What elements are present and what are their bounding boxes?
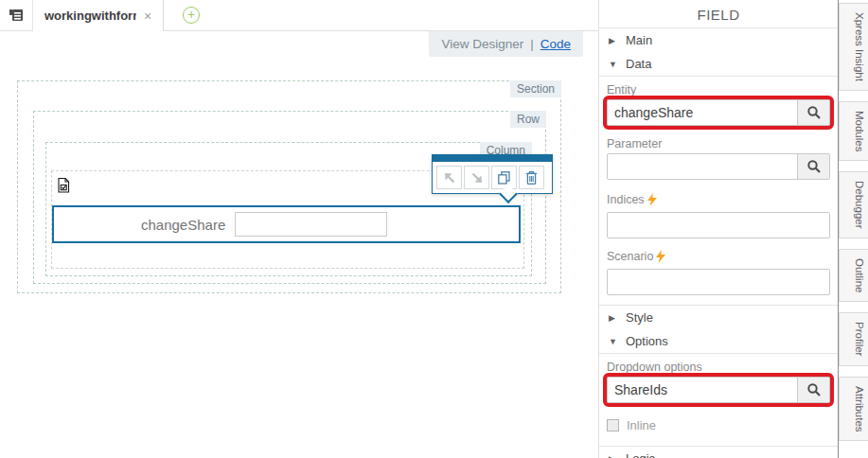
copy-icon (497, 170, 511, 185)
scenario-label-text: Scenario (607, 250, 653, 263)
side-tab-profiler[interactable]: Profiler (839, 312, 868, 365)
move-up-button[interactable] (436, 166, 462, 189)
tab-title: workingwithform (44, 9, 136, 23)
form-field-type-icon (56, 176, 72, 199)
parameter-label: Parameter (607, 137, 830, 150)
search-icon (806, 382, 822, 397)
view-tab-bar: workingwithform × + (0, 0, 598, 31)
section-logic-label: Logic (626, 451, 655, 458)
entity-label: Entity (607, 83, 830, 97)
element-toolbar (432, 154, 553, 194)
section-options-label: Options (626, 334, 668, 348)
trash-icon (524, 170, 539, 185)
search-icon (806, 159, 822, 174)
close-icon[interactable]: × (144, 9, 151, 23)
panel-title: FIELD (599, 0, 838, 28)
side-tool-tabs: Xpress Insight Modules Debugger Outline … (839, 0, 868, 458)
section-data[interactable]: ▼ Data (599, 52, 838, 77)
section-main[interactable]: ▶ Main (599, 28, 838, 52)
indices-label-text: Indices (607, 193, 645, 206)
chevron-down-icon: ▼ (609, 337, 617, 346)
form-field-label: changeShare (141, 217, 225, 233)
parameter-input[interactable] (608, 154, 797, 179)
mode-toggle: View Designer | Code (429, 31, 583, 57)
side-tab-debugger[interactable]: Debugger (839, 171, 868, 238)
properties-panel: FIELD ▶ Main ▼ Data Entity Parameter Ind… (598, 0, 839, 458)
section-data-label: Data (626, 57, 651, 71)
parameter-input-group (607, 153, 830, 180)
inline-option-row: Inline (607, 418, 830, 432)
add-view-button[interactable]: + (183, 7, 200, 24)
mode-separator: | (530, 37, 534, 51)
entity-input-group (607, 99, 830, 126)
toolbar-header-bar[interactable] (433, 155, 552, 162)
delete-button[interactable] (519, 166, 544, 189)
arrow-up-left-icon (443, 171, 456, 185)
tab-workingwithform[interactable]: workingwithform × (32, 0, 164, 31)
section-main-label: Main (626, 33, 652, 47)
chevron-down-icon: ▼ (609, 60, 617, 69)
parameter-search-button[interactable] (797, 154, 829, 179)
view-list-button[interactable] (0, 0, 32, 30)
section-options[interactable]: ▼ Options (599, 329, 838, 354)
section-logic[interactable]: ▶ Logic (599, 446, 838, 458)
form-field-input[interactable] (235, 212, 387, 237)
section-style[interactable]: ▶ Style (599, 305, 838, 329)
search-icon (806, 105, 822, 120)
bolt-icon (647, 193, 658, 206)
entity-input[interactable] (608, 100, 797, 125)
selected-form-field[interactable]: changeShare (52, 205, 521, 243)
chevron-right-icon: ▶ (609, 454, 617, 458)
dropdown-options-input[interactable] (608, 378, 797, 402)
chevron-right-icon: ▶ (609, 313, 617, 323)
view-list-icon (7, 7, 26, 24)
section-style-label: Style (626, 310, 653, 325)
inline-label: Inline (627, 418, 656, 432)
design-canvas[interactable]: View Designer | Code Section Row Column … (0, 31, 598, 458)
designer-workspace: workingwithform × + View Designer | Code… (0, 0, 598, 458)
chevron-right-icon: ▶ (609, 36, 617, 45)
side-tab-attributes[interactable]: Attributes (839, 377, 868, 442)
row-label: Row (510, 111, 546, 128)
move-down-button[interactable] (464, 166, 489, 189)
section-label: Section (510, 80, 561, 97)
scenario-label: Scenario (607, 250, 830, 263)
side-tab-xpress-insight[interactable]: Xpress Insight (839, 3, 868, 91)
side-tab-outline[interactable]: Outline (839, 249, 868, 302)
side-tab-modules[interactable]: Modules (839, 101, 868, 161)
code-toggle-link[interactable]: Code (540, 37, 571, 51)
view-designer-toggle[interactable]: View Designer (441, 37, 523, 51)
duplicate-button[interactable] (491, 166, 517, 189)
bolt-icon (655, 250, 666, 263)
entity-search-button[interactable] (797, 100, 829, 125)
dropdown-search-button[interactable] (797, 378, 829, 402)
inline-checkbox[interactable] (607, 419, 619, 432)
dropdown-options-input-group (607, 377, 830, 403)
dropdown-options-label: Dropdown options (607, 361, 830, 374)
scenario-input[interactable] (607, 269, 830, 295)
arrow-down-right-icon (470, 171, 484, 185)
indices-input[interactable] (607, 212, 830, 238)
indices-label: Indices (607, 193, 830, 206)
plus-icon: + (187, 7, 195, 22)
